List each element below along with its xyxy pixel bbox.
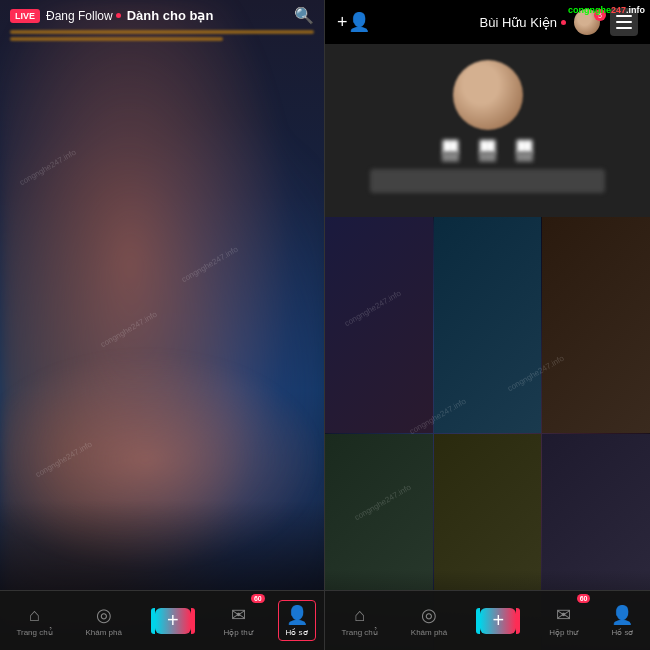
right-inbox-badge: 60 xyxy=(577,594,591,603)
followers-label: ███ xyxy=(479,152,496,161)
danh-cho-ban-label: Dành cho bạn xyxy=(127,8,214,23)
right-explore-label: Khám phá xyxy=(411,628,447,637)
profile-stats: ██ ███ ██ ███ ██ ███ xyxy=(442,140,533,161)
hamburger-menu-button[interactable] xyxy=(610,8,638,36)
right-content-area: congnghe247.info congnghe247.info congng… xyxy=(325,217,650,650)
home-icon: ⌂ xyxy=(29,605,40,626)
right-create-button[interactable]: + xyxy=(480,608,516,634)
text-line-2 xyxy=(10,37,223,41)
hamburger-line-1 xyxy=(616,15,632,17)
likes-value: ██ xyxy=(517,140,533,152)
likes-label: ███ xyxy=(516,152,533,161)
grid-cell-3 xyxy=(542,217,650,433)
right-phone-screen: congnghe247.info +👤 Bùi Hữu Kiện 5 ██ ██… xyxy=(325,0,650,650)
text-overlay xyxy=(10,30,314,44)
right-header: +👤 Bùi Hữu Kiện 5 xyxy=(325,0,650,44)
grid-cell-2 xyxy=(434,217,542,433)
nav-profile-active[interactable]: 👤 Hồ sơ xyxy=(278,600,316,641)
profile-name: Bùi Hữu Kiện xyxy=(480,15,557,30)
right-nav-home[interactable]: ⌂ Trang chủ xyxy=(334,601,386,641)
grid-cell-1 xyxy=(325,217,433,433)
left-phone-screen: LIVE Đang Follow Dành cho bạn 🔍 congnghe… xyxy=(0,0,325,650)
avatar-badge: 5 xyxy=(594,9,606,21)
inbox-label: Hộp thư xyxy=(224,628,253,637)
profile-icon: 👤 xyxy=(286,604,308,626)
profile-section: ██ ███ ██ ███ ██ ███ xyxy=(325,44,650,217)
right-profile-icon: 👤 xyxy=(611,604,633,626)
right-nav-profile[interactable]: 👤 Hồ sơ xyxy=(603,600,641,641)
plus-icon: + xyxy=(167,609,179,632)
nav-explore[interactable]: ◎ Khám phá xyxy=(78,600,130,641)
right-home-icon: ⌂ xyxy=(354,605,365,626)
inbox-badge: 60 xyxy=(251,594,265,603)
video-background: congnghe247.info congnghe247.info congng… xyxy=(0,0,324,650)
header-dot xyxy=(116,13,121,18)
explore-label: Khám phá xyxy=(86,628,122,637)
avatar-wrapper: 5 xyxy=(574,9,604,35)
nav-create[interactable]: + xyxy=(147,604,199,638)
add-user-icon[interactable]: +👤 xyxy=(337,11,370,33)
nav-home[interactable]: ⌂ Trang chủ xyxy=(8,601,60,641)
nav-inbox[interactable]: ✉ 60 Hộp thư xyxy=(216,600,261,641)
stat-likes: ██ ███ xyxy=(516,140,533,161)
following-label: ███ xyxy=(442,152,459,161)
right-profile-label: Hồ sơ xyxy=(611,628,633,637)
inbox-icon: ✉ xyxy=(231,604,246,626)
live-badge: LIVE xyxy=(10,9,40,23)
follow-button[interactable] xyxy=(370,169,604,193)
right-bottom-nav: ⌂ Trang chủ ◎ Khám phá + ✉ 60 Hộp thư 👤 … xyxy=(325,590,650,650)
profile-avatar-large xyxy=(453,60,523,130)
create-button[interactable]: + xyxy=(155,608,191,634)
right-inbox-icon: ✉ xyxy=(556,604,571,626)
followers-value: ██ xyxy=(480,140,496,152)
left-video-content: congnghe247.info congnghe247.info congng… xyxy=(0,0,324,650)
stat-following: ██ ███ xyxy=(442,140,459,161)
hamburger-line-3 xyxy=(616,27,632,29)
right-nav-create[interactable]: + xyxy=(472,604,524,638)
home-label: Trang chủ xyxy=(16,628,52,637)
right-explore-icon: ◎ xyxy=(421,604,437,626)
name-dot xyxy=(561,20,566,25)
right-plus-icon: + xyxy=(492,609,504,632)
stat-followers: ██ ███ xyxy=(479,140,496,161)
left-header: LIVE Đang Follow Dành cho bạn 🔍 xyxy=(0,0,324,31)
right-nav-inbox[interactable]: ✉ 60 Hộp thư xyxy=(541,600,586,641)
following-value: ██ xyxy=(443,140,459,152)
profile-label: Hồ sơ xyxy=(286,628,308,637)
right-home-label: Trang chủ xyxy=(342,628,378,637)
search-icon[interactable]: 🔍 xyxy=(294,6,314,25)
hamburger-line-2 xyxy=(616,21,632,23)
right-nav-explore[interactable]: ◎ Khám phá xyxy=(403,600,455,641)
left-bottom-nav: ⌂ Trang chủ ◎ Khám phá + ✉ 60 Hộp thư 👤 … xyxy=(0,590,324,650)
right-inbox-label: Hộp thư xyxy=(549,628,578,637)
explore-icon: ◎ xyxy=(96,604,112,626)
dang-follow-label: Đang Follow xyxy=(46,9,113,23)
